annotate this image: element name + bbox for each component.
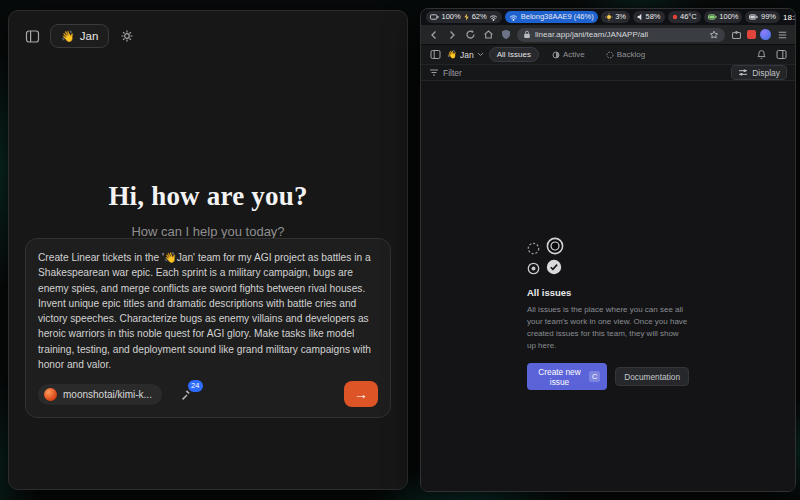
speaker-icon (637, 13, 643, 21)
back-icon[interactable] (427, 28, 441, 42)
chevron-down-icon (477, 52, 484, 57)
tab-all-issues[interactable]: All Issues (489, 47, 539, 62)
battery-icon (430, 14, 439, 20)
tab-label: All Issues (497, 50, 531, 59)
tray-label: 99% (761, 13, 776, 21)
jan-app-window: 👋 Jan Hi, how are you? How can I help yo… (8, 10, 408, 490)
create-new-issue-button[interactable]: Create new issue C (527, 363, 607, 390)
send-button[interactable]: → (344, 381, 378, 407)
browser-toolbar: linear.app/jani/team/JANAPP/all (421, 25, 795, 45)
create-issue-label: Create new issue (534, 367, 585, 387)
sidebar-toggle-icon[interactable] (21, 25, 43, 47)
brightness-icon (605, 13, 613, 21)
shield-icon[interactable] (499, 28, 513, 42)
documentation-label: Documentation (624, 372, 680, 382)
red-extension-icon[interactable] (747, 30, 756, 39)
tray-temperature-pill[interactable]: 46°C (668, 11, 701, 23)
tray-label: 58% (646, 13, 661, 21)
thread-title: Jan (80, 30, 99, 42)
status-done-icon (546, 259, 562, 275)
wifi-icon (489, 13, 498, 21)
filter-label: Filter (443, 68, 462, 78)
battery-icon (708, 14, 717, 20)
desktop: 👋 Jan Hi, how are you? How can I help yo… (0, 0, 800, 500)
jan-titlebar: 👋 Jan (9, 11, 407, 48)
tray-label: 3% (615, 13, 626, 21)
empty-state-description: All issues is the place where you can se… (527, 304, 689, 352)
tray-battery-a-pill[interactable]: 100% (704, 11, 743, 23)
shortcut-key-badge: C (589, 371, 600, 382)
tray-label: 100% (719, 13, 738, 21)
linear-filter-bar: Filter Display (421, 64, 795, 81)
model-selector[interactable]: moonshotai/kimi-k... (38, 384, 162, 405)
tray-brightness-pill[interactable]: 3% (601, 11, 630, 23)
tab-active[interactable]: Active (544, 47, 593, 62)
system-tray: 100% 62% Belong38AAE9 (46%) 3% 58% 46°C (421, 9, 795, 25)
bell-icon[interactable] (754, 48, 768, 62)
greeting: Hi, how are you? How can I help you toda… (9, 181, 407, 239)
clock[interactable]: 18:35 (783, 13, 796, 22)
bookmark-star-icon[interactable] (709, 30, 719, 40)
empty-state-title: All issues (527, 287, 689, 298)
status-icons-illustration (527, 237, 689, 275)
status-todo-icon (546, 237, 564, 255)
empty-state-actions: Create new issue C Documentation (527, 363, 689, 390)
sliders-icon (738, 68, 748, 77)
tray-label: 62% (472, 13, 487, 21)
linear-header-right (754, 48, 788, 62)
composer-input[interactable]: Create Linear tickets in the '👋Jan' team… (38, 250, 378, 372)
linear-content: All issues All issues is the place where… (421, 81, 795, 491)
tab-label: Active (563, 50, 585, 59)
model-label: moonshotai/kimi-k... (63, 389, 152, 400)
linear-sidebar-toggle-icon[interactable] (428, 48, 442, 62)
composer-footer: moonshotai/kimi-k... 24 → (38, 381, 378, 407)
moonshot-logo-icon (44, 388, 57, 401)
home-icon[interactable] (481, 28, 495, 42)
forward-icon[interactable] (445, 28, 459, 42)
extensions-puzzle-icon[interactable] (729, 28, 743, 42)
tray-volume-pill[interactable]: 58% (633, 11, 665, 23)
refresh-icon[interactable] (463, 28, 477, 42)
network-ssid-label: Belong38AAE9 (46%) (521, 13, 594, 21)
address-bar[interactable]: linear.app/jani/team/JANAPP/all (517, 28, 725, 42)
wifi-icon (509, 13, 518, 21)
display-button[interactable]: Display (731, 65, 787, 80)
greeting-title: Hi, how are you? (9, 181, 407, 212)
display-label: Display (752, 68, 780, 78)
thermometer-icon (672, 14, 678, 20)
hand-emoji-icon: 👋 (447, 50, 457, 59)
filter-button[interactable]: Filter (429, 68, 462, 78)
tools-count-badge: 24 (186, 378, 205, 394)
team-switcher[interactable]: 👋 Jan (447, 50, 484, 60)
circle-half-icon (552, 51, 560, 59)
lock-icon (523, 30, 531, 39)
url-text[interactable]: linear.app/jani/team/JANAPP/all (535, 30, 705, 39)
tools-button[interactable]: 24 (178, 385, 196, 403)
chat-composer[interactable]: Create Linear tickets in the '👋Jan' team… (25, 238, 391, 418)
tab-backlog[interactable]: Backlog (598, 47, 653, 62)
panel-right-icon[interactable] (774, 48, 788, 62)
team-name: Jan (460, 50, 474, 60)
filter-icon (429, 68, 439, 77)
circle-dashed-icon (606, 51, 614, 59)
documentation-button[interactable]: Documentation (615, 367, 689, 386)
thread-selector[interactable]: 👋 Jan (50, 24, 109, 48)
bolt-icon (463, 13, 469, 21)
tray-network-pill[interactable]: Belong38AAE9 (46%) (505, 11, 597, 23)
browser-menu-icon[interactable] (775, 28, 789, 42)
linear-header: 👋 Jan All Issues Active Backlog (421, 45, 795, 64)
gear-icon[interactable] (116, 25, 138, 47)
profile-avatar[interactable] (760, 29, 771, 40)
browser-window: 100% 62% Belong38AAE9 (46%) 3% 58% 46°C (420, 8, 796, 492)
tray-power-pill[interactable]: 100% 62% (426, 11, 502, 23)
battery-icon (749, 14, 758, 20)
status-backlog-icon (527, 242, 540, 255)
tray-battery-b-pill[interactable]: 99% (745, 11, 780, 23)
linear-app: 👋 Jan All Issues Active Backlog (421, 45, 795, 491)
tray-label: 46°C (680, 13, 697, 21)
tab-label: Backlog (617, 50, 645, 59)
tray-label: 100% (442, 13, 461, 21)
empty-state: All issues All issues is the place where… (527, 237, 689, 390)
arrow-right-icon: → (354, 386, 368, 402)
status-in-progress-icon (527, 262, 540, 275)
